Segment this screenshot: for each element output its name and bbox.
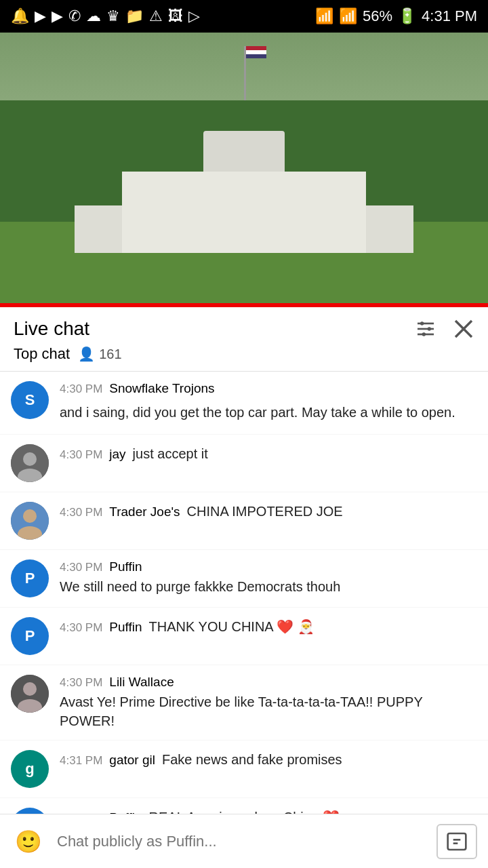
status-icons-right: 📶 📶 56% 🔋 4:31 PM [315,7,477,25]
svg-point-12 [23,509,37,523]
wifi-icon: 📶 [315,7,333,25]
close-icon[interactable] [453,318,474,340]
message-author: Snowflake Trojons [109,381,214,396]
settings-icon[interactable] [415,318,436,340]
message-text: and i saing, did you get the top car par… [60,403,455,422]
battery-icon: 🔋 [398,7,416,25]
message-author: Trader Joe's [109,505,180,519]
svg-point-15 [23,682,37,696]
message-text: THANK YOU CHINA ❤️ 🎅 [149,617,314,636]
message-content: 4:30 PM Puffin We still need to purge fa… [60,559,477,596]
list-item: P 4:30 PM Puffin THANK YOU CHINA ❤️ 🎅 [0,608,488,665]
message-author: Puffin [109,620,142,635]
svg-point-4 [428,327,431,330]
whitehouse-building [75,131,413,253]
message-text: CHINA IMPOTERED JOE [187,502,343,521]
avatar: P [11,617,49,655]
message-author: Puffin [109,559,142,574]
chat-messages-list: S 4:30 PM Snowflake Trojons and i saing,… [0,372,488,868]
youtube-icon: ▶ [35,7,46,25]
topchat-label[interactable]: Top chat [14,345,70,363]
avatar [11,502,49,540]
list-item: 4:30 PM Trader Joe's CHINA IMPOTERED JOE [0,492,488,550]
message-time: 4:30 PM [60,382,102,396]
message-time: 4:30 PM [60,506,102,519]
avatar: P [11,559,49,597]
chat-input[interactable] [57,824,426,859]
avatar [11,675,49,713]
status-icons-left: 🔔 ▶ ▶ ✆ ☁ ♛ 📁 ⚠ 🖼 ▷ [11,7,200,25]
youtube2-icon: ▶ [52,7,63,25]
message-time: 4:30 PM [60,561,102,574]
list-item: g 4:31 PM gator gil Fake news and fake p… [0,741,488,798]
livechat-title: Live chat [14,318,89,340]
message-content: 4:30 PM Trader Joe's CHINA IMPOTERED JOE [60,502,477,524]
folder-icon: 📁 [125,7,144,25]
viewer-icon: 👤 [78,346,95,362]
message-author: gator gil [109,753,155,768]
time-display: 4:31 PM [422,7,477,25]
message-content: 4:31 PM gator gil Fake news and fake pro… [60,750,477,772]
image-icon: 🖼 [168,7,183,25]
avatar: S [11,381,49,419]
message-content: 4:30 PM Snowflake Trojons and i saing, d… [60,381,477,425]
avatar: g [11,750,49,788]
message-time: 4:31 PM [60,754,102,768]
message-text: Fake news and fake promises [162,750,342,769]
message-content: 4:30 PM Lili Wallace Avast Ye! Prime Dir… [60,675,477,730]
send-button[interactable] [436,824,477,859]
svg-rect-17 [448,833,466,850]
flag [246,46,266,58]
message-author: Lili Wallace [109,675,174,690]
video-thumbnail[interactable] [0,33,488,307]
message-time: 4:30 PM [60,676,102,690]
chat-input-bar: 🙂 [0,814,488,868]
message-text: Avast Ye! Prime Directive be like Ta-ta-… [60,692,477,730]
message-content: 4:30 PM Puffin THANK YOU CHINA ❤️ 🎅 [60,617,477,639]
signal-icon: 📶 [339,7,357,25]
message-author: jay [109,447,125,462]
notification-icon: 🔔 [11,7,29,25]
battery-text: 56% [363,7,392,25]
svg-point-9 [23,452,37,466]
message-content: 4:30 PM jay just accept it [60,444,477,466]
svg-point-5 [422,332,426,336]
progress-bar[interactable] [0,303,488,307]
play-icon: ▷ [188,7,200,25]
list-item: P 4:30 PM Puffin We still need to purge … [0,550,488,608]
message-time: 4:30 PM [60,621,102,635]
crown-icon: ♛ [106,7,120,25]
cloud-icon: ☁ [86,7,101,25]
list-item: 4:30 PM Lili Wallace Avast Ye! Prime Dir… [0,665,488,741]
viewer-count: 161 [99,347,121,362]
avatar [11,444,49,482]
emoji-button[interactable]: 🙂 [11,824,46,859]
svg-point-3 [420,321,424,325]
warning-icon: ⚠ [149,7,163,25]
livechat-header: Live chat Top chat [0,307,488,372]
status-bar: 🔔 ▶ ▶ ✆ ☁ ♛ 📁 ⚠ 🖼 ▷ 📶 📶 56% 🔋 4:31 PM [0,0,488,33]
message-text: We still need to purge fakkke Democrats … [60,577,477,596]
list-item: 4:30 PM jay just accept it [0,435,488,492]
message-text: just accept it [133,444,208,463]
phone-icon: ✆ [68,7,81,25]
list-item: S 4:30 PM Snowflake Trojons and i saing,… [0,372,488,435]
message-time: 4:30 PM [60,448,102,462]
